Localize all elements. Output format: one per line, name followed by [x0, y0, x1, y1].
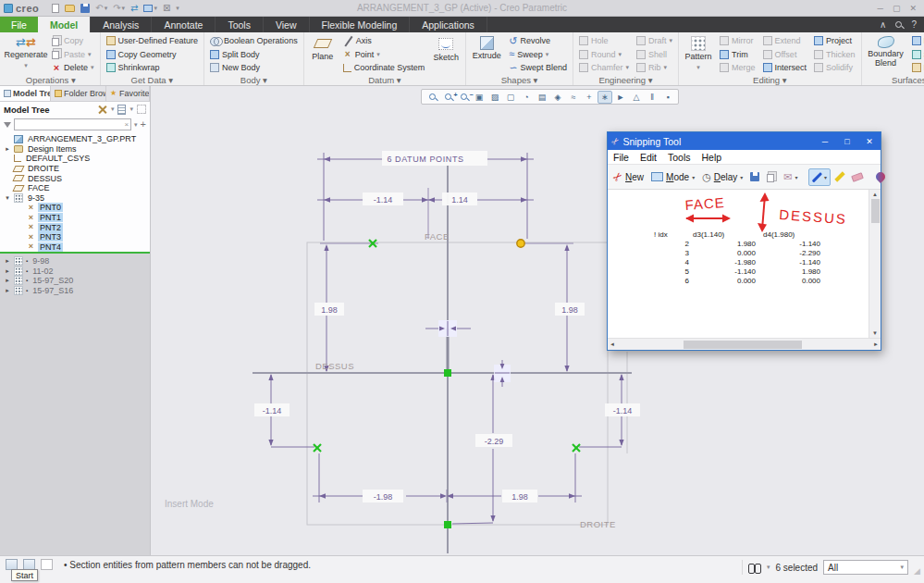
saved-orientations-button[interactable]: ◔ — [519, 91, 534, 104]
tree-expand-arrow[interactable]: ▾ — [4, 194, 11, 202]
tab-flexible-modeling[interactable]: Flexible Modeling — [310, 17, 411, 32]
tree-item-dessus[interactable]: DESSUS — [0, 173, 150, 183]
tree-expand-arrow[interactable]: ▸ — [4, 287, 11, 294]
tree-item-9-35[interactable]: ▾9-35 — [0, 193, 150, 204]
boundary-blend-button[interactable]: Boundary Blend — [866, 34, 906, 68]
point-button[interactable]: ×Point▾ — [341, 48, 427, 62]
sweep-button[interactable]: ≈Sweep▾ — [507, 48, 569, 62]
style-button[interactable]: Style — [910, 48, 924, 62]
group-label-get-data[interactable]: Get Data ▾ — [105, 75, 201, 86]
extend-button[interactable]: Extend — [761, 34, 809, 48]
intersect-button[interactable]: Intersect — [761, 61, 809, 75]
customize-qat-button[interactable]: ▾ — [175, 2, 180, 15]
tree-columns-icon[interactable] — [137, 105, 146, 114]
scroll-up-icon[interactable]: ▲ — [872, 192, 878, 197]
snip-highlighter-button[interactable] — [832, 169, 847, 184]
clear-filter-icon[interactable]: × — [124, 120, 129, 129]
selection-filter-dropdown[interactable]: All▾ — [823, 560, 908, 575]
tree-settings-icon[interactable] — [98, 105, 107, 114]
tab-view[interactable]: View — [264, 17, 310, 32]
center-datum-point[interactable] — [444, 369, 451, 377]
fill-button[interactable]: Fill — [910, 34, 924, 48]
search-tool-caret[interactable]: ▾ — [767, 564, 770, 571]
tree-item-pnt4[interactable]: ×PNT4 — [0, 242, 150, 252]
snip-send-button[interactable]: ✉▾ — [781, 170, 800, 184]
plane-button[interactable]: Plane — [308, 34, 338, 62]
refit-button[interactable]: ▣ — [472, 91, 487, 104]
display-style-button[interactable]: ▢ — [503, 91, 518, 104]
snip-minimize-button[interactable]: ─ — [814, 132, 836, 150]
offset-button[interactable]: Offset — [761, 48, 809, 62]
tree-item-arrangement_3_gp.prt[interactable]: ARRANGEMENT_3_GP.PRT — [0, 134, 150, 144]
vscroll-thumb[interactable] — [871, 199, 880, 223]
group-label-operations[interactable]: Operations ▾ — [6, 75, 96, 86]
undo-button[interactable]: ↶▾ — [94, 2, 108, 15]
snip-menu-help[interactable]: Help — [696, 152, 728, 163]
tree-item-droite[interactable]: DROITE — [0, 164, 150, 174]
trim-button[interactable]: Trim — [718, 48, 758, 62]
snip-new-button[interactable]: ✂New — [610, 168, 647, 185]
draft-button[interactable]: Draft▾ — [634, 34, 674, 48]
group-label-body[interactable]: Body ▾ — [208, 75, 300, 86]
tab-tools[interactable]: Tools — [216, 17, 264, 32]
droite-plane-label[interactable]: DROITE — [580, 519, 616, 529]
panel-tab-model-tree[interactable]: Model Tree — [0, 86, 51, 101]
shell-button[interactable]: Shell — [634, 48, 674, 62]
tree-settings-caret[interactable]: ▾ — [111, 105, 115, 113]
window-switch-button[interactable]: ▾ — [142, 2, 158, 15]
split-body-button[interactable]: Split Body — [208, 48, 300, 62]
help-icon[interactable]: ? — [911, 19, 917, 30]
perspective-button[interactable]: △ — [629, 91, 644, 104]
boolean-operations-button[interactable]: Boolean Operations — [208, 34, 300, 48]
snip-save-button[interactable] — [747, 170, 762, 183]
tab-analysis[interactable]: Analysis — [91, 17, 152, 32]
extrude-button[interactable]: Extrude — [470, 34, 503, 61]
group-label-editing[interactable]: Editing ▾ — [683, 75, 857, 86]
collapse-ribbon-icon[interactable]: ∧ — [880, 19, 886, 30]
tree-expand-arrow[interactable]: ▸ — [4, 257, 11, 265]
zoom-out-button[interactable]: − — [456, 91, 471, 104]
freestyle-button[interactable]: Freestyle — [910, 61, 924, 75]
save-button[interactable] — [80, 2, 91, 15]
minimize-button[interactable]: ─ — [878, 4, 883, 13]
pause-button[interactable]: ‖ — [645, 91, 659, 104]
stop-button[interactable]: ▪ — [660, 91, 675, 104]
resize-grip[interactable]: ◢ — [914, 566, 920, 576]
orientation-button[interactable]: ► — [613, 91, 628, 104]
snip-horizontal-scrollbar[interactable]: ◄ ► — [608, 338, 881, 350]
select-items-icon[interactable] — [41, 559, 53, 570]
copy-button[interactable]: Copy — [50, 34, 96, 48]
swept-blend-button[interactable]: ∽Swept Blend — [507, 61, 569, 75]
paste-button[interactable]: Paste▾ — [50, 48, 96, 62]
tab-annotate[interactable]: Annotate — [152, 17, 216, 32]
tree-item-pnt0[interactable]: ×PNT0 — [0, 203, 150, 213]
project-button[interactable]: Project — [812, 34, 857, 48]
tree-item-default_csys[interactable]: DEFAULT_CSYS — [0, 154, 150, 164]
add-filter-icon[interactable]: + — [141, 119, 146, 130]
snip-maximize-button[interactable]: □ — [836, 132, 858, 150]
annotation-display-button[interactable]: ◈ — [550, 91, 565, 104]
tab-applications[interactable]: Applications — [410, 17, 487, 32]
repaint-button[interactable]: ▨ — [487, 91, 502, 104]
redo-button[interactable]: ↷▾ — [112, 2, 126, 15]
datum-display-button[interactable]: + — [582, 91, 597, 104]
snip-menu-edit[interactable]: Edit — [634, 152, 662, 163]
chamfer-button[interactable]: Chamfer▾ — [577, 61, 631, 75]
tab-file[interactable]: File — [0, 17, 38, 32]
sketch-display-button[interactable]: ≈ — [566, 91, 581, 104]
close-button[interactable]: ✕ — [909, 4, 917, 13]
regenerate-button[interactable]: ⇄⇄ Regenerate▾ — [6, 34, 46, 69]
snip-mode-button[interactable]: Mode▾ — [648, 170, 697, 184]
mirror-button[interactable]: Mirror — [718, 34, 758, 48]
search-icon[interactable] — [895, 21, 902, 28]
zoom-window-button[interactable] — [425, 91, 439, 104]
open-file-button[interactable] — [64, 2, 76, 15]
snip-close-button[interactable]: ✕ — [858, 132, 881, 150]
tree-show-icon[interactable] — [117, 105, 126, 115]
tree-expand-arrow[interactable]: ▸ — [4, 267, 11, 275]
round-button[interactable]: Round▾ — [577, 48, 631, 62]
snip-copy-button[interactable] — [764, 170, 779, 184]
coordinate-system-button[interactable]: Coordinate System — [341, 61, 427, 75]
snip-menu-file[interactable]: File — [608, 152, 634, 163]
snip-menu-tools[interactable]: Tools — [662, 152, 696, 163]
